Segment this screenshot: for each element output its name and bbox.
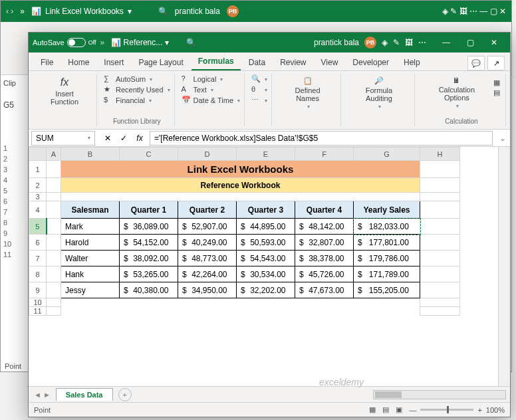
horizontal-scrollbar[interactable] bbox=[373, 390, 506, 399]
name-box[interactable]: SUM▾ bbox=[31, 131, 95, 146]
row-header[interactable]: 2 bbox=[29, 178, 47, 193]
row-header[interactable]: 3 bbox=[29, 193, 47, 201]
vertical-scrollbar[interactable] bbox=[498, 147, 510, 386]
row-header[interactable]: 4 bbox=[29, 201, 47, 219]
titlebar: AutoSaveOff » 📊 Referenc... ▾ 🔍 prantick… bbox=[29, 33, 510, 52]
row-header[interactable]: 10 bbox=[29, 298, 47, 307]
pen-icon[interactable]: ✎ bbox=[393, 38, 400, 47]
calc-now-button[interactable]: ▦ bbox=[493, 78, 500, 88]
enter-formula-button[interactable]: ✓ bbox=[116, 131, 131, 146]
bg-user: prantick bala bbox=[175, 7, 220, 16]
bg-left-labels: Clip G5 bbox=[3, 79, 16, 110]
calc-sheet-button[interactable]: ▤ bbox=[493, 88, 500, 98]
minimize-button[interactable]: — bbox=[434, 33, 458, 52]
search-icon[interactable]: 🔍 bbox=[158, 7, 168, 16]
subtitle-cell[interactable]: Reference Workbook bbox=[61, 178, 420, 193]
tab-page-layout[interactable]: Page Layout bbox=[132, 54, 190, 70]
formula-bar: SUM▾ ✕ ✓ fx ='[Reference Workbook.xlsx]S… bbox=[29, 130, 510, 147]
bg-status: Point bbox=[5, 362, 21, 370]
ribbon: fxInsert Function ∑AutoSum▾ ★Recently Us… bbox=[29, 71, 510, 130]
date-time-button[interactable]: 📅Date & Time▾ bbox=[182, 95, 241, 106]
bg-rownums: 1234567891011 bbox=[3, 142, 11, 261]
expand-formula-icon[interactable]: ⌄ bbox=[495, 134, 510, 143]
view-break-icon[interactable]: ▣ bbox=[396, 405, 402, 414]
math-button[interactable]: θ▾ bbox=[251, 84, 267, 95]
view-layout-icon[interactable]: ▤ bbox=[382, 405, 389, 414]
row-header[interactable]: 8 bbox=[29, 266, 47, 282]
function-library-label: Function Library bbox=[104, 118, 170, 126]
text-button[interactable]: AText▾ bbox=[182, 84, 241, 95]
bg-nav-arrows[interactable]: ‹ › bbox=[6, 7, 13, 16]
insert-function-button[interactable]: fxInsert Function bbox=[37, 74, 92, 108]
row-header[interactable]: 5 bbox=[29, 219, 47, 235]
ribbon-tabs: File Home Insert Page Layout Formulas Da… bbox=[29, 52, 510, 71]
bg-filename: 📊 Link Excel Workbooks ▾ bbox=[31, 7, 132, 16]
qat-expand-icon[interactable]: » bbox=[100, 38, 105, 47]
tab-file[interactable]: File bbox=[34, 54, 60, 70]
title-cell[interactable]: Link Excel Workbooks bbox=[61, 161, 420, 178]
selected-cell[interactable]: $182,033.00 bbox=[354, 219, 420, 235]
diamond-icon[interactable]: ◈ bbox=[382, 38, 388, 47]
tab-developer[interactable]: Developer bbox=[346, 54, 396, 70]
tab-data[interactable]: Data bbox=[242, 54, 272, 70]
calculation-label: Calculation bbox=[422, 118, 501, 126]
autosave-toggle[interactable]: AutoSaveOff bbox=[33, 38, 96, 47]
logical-button[interactable]: ?Logical▾ bbox=[182, 74, 241, 84]
avatar[interactable]: PB bbox=[364, 37, 376, 49]
comments-button[interactable]: 💬 bbox=[467, 56, 485, 70]
more-fn-button[interactable]: ⋯▾ bbox=[251, 95, 267, 106]
tab-help[interactable]: Help bbox=[397, 54, 427, 70]
bg-expand-icon[interactable]: » bbox=[20, 7, 25, 16]
username: prantick bala bbox=[314, 38, 359, 47]
tab-view[interactable]: View bbox=[315, 54, 345, 70]
filename: 📊 Referenc... ▾ bbox=[111, 38, 168, 47]
window-icon[interactable]: 🖽 bbox=[405, 38, 413, 47]
formula-auditing-button[interactable]: 🔎Formula Auditing▾ bbox=[348, 74, 410, 112]
row-header[interactable]: 6 bbox=[29, 235, 47, 251]
share-button[interactable]: ↗ bbox=[487, 56, 505, 70]
tab-home[interactable]: Home bbox=[61, 54, 96, 70]
recently-used-button[interactable]: ★Recently Used▾ bbox=[104, 84, 170, 95]
add-sheet-button[interactable]: + bbox=[118, 388, 132, 401]
row-header[interactable]: 9 bbox=[29, 282, 47, 298]
financial-button[interactable]: $Financial▾ bbox=[104, 95, 170, 106]
tab-formulas[interactable]: Formulas bbox=[192, 53, 241, 70]
view-normal-icon[interactable]: ▦ bbox=[369, 405, 376, 414]
row-header[interactable]: 1 bbox=[29, 161, 47, 178]
calc-options-button[interactable]: 🖩Calculation Options▾ bbox=[422, 74, 492, 112]
defined-names-button[interactable]: 📋Defined Names▾ bbox=[279, 74, 336, 112]
fx-button[interactable]: fx bbox=[132, 131, 147, 146]
status-mode: Point bbox=[34, 406, 51, 414]
lookup-button[interactable]: 🔍▾ bbox=[251, 74, 267, 84]
bg-winbtns: ◈ ✎ 🖽 ⋯ — ▢ ✕ bbox=[442, 7, 506, 16]
cancel-formula-button[interactable]: ✕ bbox=[100, 131, 115, 146]
close-button[interactable]: ✕ bbox=[482, 33, 506, 52]
autosum-button[interactable]: ∑AutoSum▾ bbox=[104, 74, 170, 84]
formula-input[interactable]: ='[Reference Workbook.xlsx]Sales Data'!$… bbox=[150, 131, 493, 146]
tab-review[interactable]: Review bbox=[273, 54, 313, 70]
spreadsheet-grid[interactable]: ABCDEFGH 1Link Excel Workbooks 2Referenc… bbox=[29, 147, 498, 386]
sheet-tab-bar: ◄ ► Sales Data + bbox=[29, 386, 510, 402]
bg-avatar[interactable]: PB bbox=[227, 5, 239, 17]
row-header[interactable]: 11 bbox=[29, 307, 47, 316]
search-icon[interactable]: 🔍 bbox=[186, 38, 196, 47]
row-header[interactable]: 7 bbox=[29, 251, 47, 266]
foreground-excel-window: AutoSaveOff » 📊 Referenc... ▾ 🔍 prantick… bbox=[28, 32, 511, 417]
bg-titlebar: ‹ › » 📊 Link Excel Workbooks ▾ 🔍 prantic… bbox=[1, 1, 511, 22]
zoom-control[interactable]: — + 100% bbox=[409, 406, 505, 414]
more-icon[interactable]: ⋯ bbox=[418, 38, 426, 47]
status-bar: Point ▦ ▤ ▣ — + 100% bbox=[29, 402, 510, 417]
sheet-nav[interactable]: ◄ ► bbox=[29, 391, 56, 399]
sheet-tab[interactable]: Sales Data bbox=[56, 388, 113, 401]
maximize-button[interactable]: ▢ bbox=[458, 33, 482, 52]
column-headers[interactable]: ABCDEFGH bbox=[29, 148, 460, 161]
tab-insert[interactable]: Insert bbox=[97, 54, 130, 70]
